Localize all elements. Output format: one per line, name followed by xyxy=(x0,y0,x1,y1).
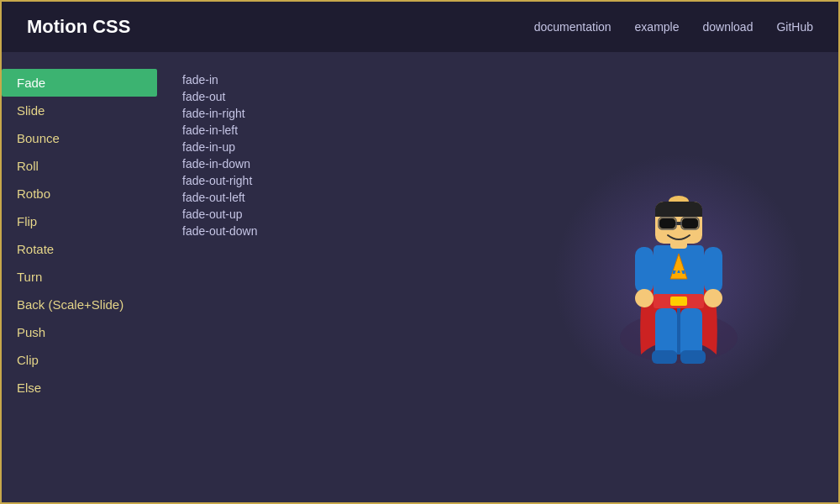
sidebar-item-push[interactable]: Push xyxy=(2,318,157,346)
svg-rect-13 xyxy=(682,218,698,228)
anim-fade-out-down[interactable]: fade-out-down xyxy=(182,224,494,238)
anim-fade-in-left[interactable]: fade-in-left xyxy=(182,123,494,137)
main-content: Fade Slide Bounce Roll Rotbo Flip Rotate… xyxy=(2,52,838,504)
svg-rect-22 xyxy=(652,350,677,364)
svg-rect-24 xyxy=(680,350,706,364)
animation-content: fade-in fade-out fade-in-right fade-in-l… xyxy=(157,52,519,504)
svg-rect-25 xyxy=(677,308,680,354)
anim-fade-out-left[interactable]: fade-out-left xyxy=(182,191,494,204)
logo: Motion CSS xyxy=(27,16,130,38)
svg-rect-17 xyxy=(635,247,654,293)
sidebar-item-slide[interactable]: Slide xyxy=(2,97,157,124)
sidebar-item-back[interactable]: Back (Scale+Slide) xyxy=(2,291,157,318)
svg-text:A: A xyxy=(674,264,685,281)
header: Motion CSS documentation example downloa… xyxy=(2,2,838,52)
nav-documentation[interactable]: documentation xyxy=(534,20,612,34)
lego-figure: A xyxy=(612,170,746,388)
svg-rect-19 xyxy=(704,247,722,293)
anim-fade-in-right[interactable]: fade-in-right xyxy=(182,107,494,120)
nav-example[interactable]: example xyxy=(635,20,680,34)
nav-download[interactable]: download xyxy=(702,20,753,34)
svg-rect-12 xyxy=(659,218,675,228)
nav: documentation example download GitHub xyxy=(534,20,813,34)
sidebar-item-rotate[interactable]: Rotate xyxy=(2,235,157,263)
sidebar-item-flip[interactable]: Flip xyxy=(2,207,157,235)
anim-fade-in-down[interactable]: fade-in-down xyxy=(182,157,494,171)
svg-rect-3 xyxy=(670,297,687,306)
svg-point-18 xyxy=(635,289,654,307)
sidebar: Fade Slide Bounce Roll Rotbo Flip Rotate… xyxy=(2,52,157,504)
preview-area: A xyxy=(519,52,838,504)
svg-point-20 xyxy=(704,289,722,307)
sidebar-item-bounce[interactable]: Bounce xyxy=(2,124,157,152)
sidebar-item-fade[interactable]: Fade xyxy=(2,69,157,97)
sidebar-item-turn[interactable]: Turn xyxy=(2,263,157,291)
anim-fade-out[interactable]: fade-out xyxy=(182,90,494,103)
nav-github[interactable]: GitHub xyxy=(776,20,813,34)
animation-list: fade-in fade-out fade-in-right fade-in-l… xyxy=(182,73,494,238)
sidebar-item-rotbo[interactable]: Rotbo xyxy=(2,180,157,207)
sidebar-item-roll[interactable]: Roll xyxy=(2,152,157,180)
sidebar-item-clip[interactable]: Clip xyxy=(2,346,157,374)
anim-fade-in-up[interactable]: fade-in-up xyxy=(182,140,494,154)
anim-fade-in[interactable]: fade-in xyxy=(182,73,494,87)
svg-rect-11 xyxy=(655,208,702,217)
sidebar-item-else[interactable]: Else xyxy=(2,374,157,402)
anim-fade-out-up[interactable]: fade-out-up xyxy=(182,207,494,221)
anim-fade-out-right[interactable]: fade-out-right xyxy=(182,174,494,187)
